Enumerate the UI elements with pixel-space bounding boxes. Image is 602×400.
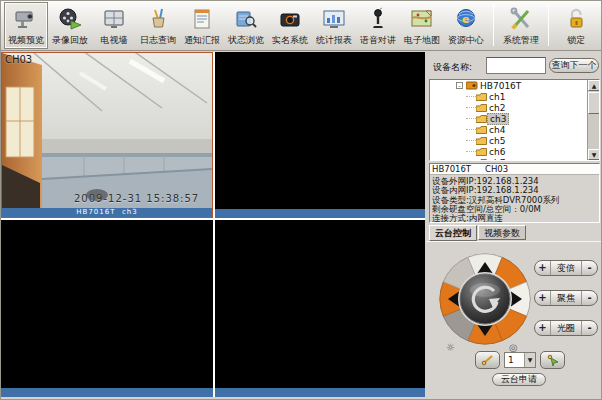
video-status-bar xyxy=(215,209,425,218)
scroll-thumb[interactable] xyxy=(588,92,600,114)
toolbar-item-label: 实名系统 xyxy=(272,34,308,46)
toolbar-item-realname-system[interactable]: 实名系统 xyxy=(268,2,312,49)
svg-text:e: e xyxy=(462,13,469,26)
main-toolbar: 视频预览 录像回放 电视墙 日志查询 通知汇报 xyxy=(1,1,602,51)
toolbar-item-status-browse[interactable]: 状态浏览 xyxy=(224,2,268,49)
pencil-cup-icon xyxy=(145,4,171,34)
dropdown-arrow-icon[interactable]: ▼ xyxy=(524,353,535,367)
dvr-device-icon xyxy=(466,81,478,90)
tree-connector xyxy=(466,140,476,141)
focus-minus-button[interactable]: - xyxy=(581,291,597,305)
channel-label: CH03 xyxy=(5,54,32,65)
device-panel: 设备名称: 查询下一个 - HB7016T ch1 ch2 xyxy=(426,52,602,400)
toolbar-item-log-query[interactable]: 日志查询 xyxy=(136,2,180,49)
zoom-minus-button[interactable]: - xyxy=(581,261,597,275)
toolbar-item-resource-center[interactable]: e 资源中心 xyxy=(444,2,488,49)
tree-root-device[interactable]: - HB7016T xyxy=(430,80,588,91)
tree-connector xyxy=(466,118,476,119)
notepad-icon xyxy=(189,4,215,34)
toolbar-item-label: 日志查询 xyxy=(140,34,176,46)
toolbar-item-voice-intercom[interactable]: 语音对讲 xyxy=(356,2,400,49)
folder-icon xyxy=(476,148,487,156)
tree-collapse-icon[interactable]: - xyxy=(456,82,463,89)
live-video-frame xyxy=(2,53,213,209)
tree-item-ch2[interactable]: ch2 xyxy=(430,102,588,113)
globe-browser-icon: e xyxy=(453,4,479,34)
toolbar-item-system-manage[interactable]: 系统管理 xyxy=(499,2,543,49)
toolbar-item-label: 录像回放 xyxy=(52,34,88,46)
device-tree: - HB7016T ch1 ch2 ch3 xyxy=(429,79,600,161)
control-tabs: 云台控制 视频参数 xyxy=(429,225,527,241)
folder-icon xyxy=(476,159,487,162)
toolbar-item-statistics[interactable]: 统计报表 xyxy=(312,2,356,49)
device-name-input[interactable] xyxy=(486,57,546,74)
find-next-button[interactable]: 查询下一个 xyxy=(549,58,599,73)
tree-item-ch5[interactable]: ch5 xyxy=(430,135,588,146)
video-cell-ch03[interactable]: CH03 2009-12-31 15:38:57 HB7016T ch3 xyxy=(1,52,213,218)
call-preset-button[interactable] xyxy=(540,351,565,369)
set-preset-button[interactable] xyxy=(475,351,500,369)
tree-item-ch4[interactable]: ch4 xyxy=(430,124,588,135)
video-cell-empty-2[interactable] xyxy=(215,52,425,218)
cctv-client-window: 视频预览 录像回放 电视墙 日志查询 通知汇报 xyxy=(0,0,602,400)
status-channel: ch3 xyxy=(122,208,138,216)
pen-icon xyxy=(481,354,495,366)
tv-wall-icon xyxy=(101,4,127,34)
toolbar-item-label: 视频预览 xyxy=(8,34,44,46)
toolbar-item-label: 电视墙 xyxy=(101,34,128,46)
bar-chart-icon xyxy=(321,4,347,34)
light-control-icon[interactable]: ☼ xyxy=(446,342,455,353)
video-status-bar xyxy=(1,388,213,397)
photo-camera-icon xyxy=(277,4,303,34)
toolbar-separator xyxy=(548,4,549,46)
video-status-bar xyxy=(215,388,425,397)
tree-item-ch6[interactable]: ch6 xyxy=(430,146,588,157)
toolbar-item-playback[interactable]: 录像回放 xyxy=(48,2,92,49)
toolbar-item-label: 通知汇报 xyxy=(184,34,220,46)
map-icon xyxy=(409,4,435,34)
focus-plus-button[interactable]: + xyxy=(535,291,551,305)
ptz-auto-pan-button[interactable] xyxy=(460,274,510,324)
scroll-down-icon[interactable]: ▼ xyxy=(588,149,600,160)
toolbar-item-notice-report[interactable]: 通知汇报 xyxy=(180,2,224,49)
tree-connector xyxy=(466,129,476,130)
video-cell-empty-3[interactable] xyxy=(1,220,213,397)
ptz-control-panel: ☼ ◎ + 变倍 - + 聚焦 - + 光圈 - xyxy=(426,241,602,400)
toolbar-item-tv-wall[interactable]: 电视墙 xyxy=(92,2,136,49)
microphone-icon xyxy=(365,4,391,34)
scroll-up-icon[interactable]: ▲ xyxy=(588,80,600,91)
cctv-camera-icon xyxy=(13,4,39,34)
video-status-bar: HB7016T ch3 xyxy=(2,208,212,217)
tab-video-params[interactable]: 视频参数 xyxy=(478,225,526,240)
toolbar-item-label: 系统管理 xyxy=(503,34,539,46)
tree-item-ch7[interactable]: ch7 xyxy=(430,157,588,161)
zoom-plus-button[interactable]: + xyxy=(535,261,551,275)
iris-minus-button[interactable]: - xyxy=(581,321,597,335)
tree-item-ch3-selected[interactable]: ch3 xyxy=(430,113,588,124)
ptz-apply-button[interactable]: 云台申请 xyxy=(492,373,546,386)
ptz-direction-pad[interactable] xyxy=(439,253,531,345)
video-timestamp: 2009-12-31 15:38:57 xyxy=(74,193,199,204)
device-info-title: HB7016T CH03 xyxy=(430,164,599,175)
toolbar-item-label: 电子地图 xyxy=(404,34,440,46)
zoom-control: + 变倍 - xyxy=(534,260,598,276)
tree-scrollbar[interactable]: ▲ ▼ xyxy=(587,80,599,160)
iris-plus-button[interactable]: + xyxy=(535,321,551,335)
info-device-name: HB7016T xyxy=(432,164,471,174)
toolbar-item-emap[interactable]: 电子地图 xyxy=(400,2,444,49)
toolbar-item-lock[interactable]: 锁定 xyxy=(554,2,598,49)
info-connect-mode: 连接方式:内网直连 xyxy=(432,214,599,223)
info-channel-name: CH03 xyxy=(485,164,508,174)
toolbar-separator xyxy=(493,4,494,46)
tree-item-ch1[interactable]: ch1 xyxy=(430,91,588,102)
toolbar-item-video-preview[interactable]: 视频预览 xyxy=(4,2,48,49)
padlock-icon xyxy=(563,4,589,34)
video-cell-empty-4[interactable] xyxy=(215,220,425,397)
tab-ptz-control[interactable]: 云台控制 xyxy=(429,225,477,241)
device-name-label: 设备名称: xyxy=(433,61,472,74)
tree-root-label: HB7016T xyxy=(478,81,523,91)
zoom-label: 变倍 xyxy=(551,262,581,275)
preset-number-select[interactable]: 1 ▼ xyxy=(504,352,536,368)
preset-number-value: 1 xyxy=(505,355,524,365)
film-reel-icon xyxy=(57,4,83,34)
